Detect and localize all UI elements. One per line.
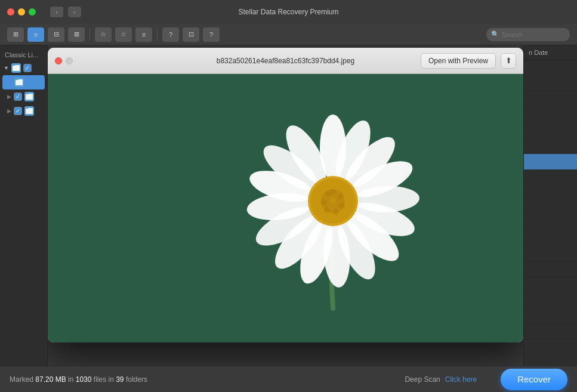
modal-close-button[interactable]	[55, 57, 62, 64]
toolbar-star-btn[interactable]: ☆	[95, 27, 112, 42]
toolbar-help-btn[interactable]: ?	[162, 27, 179, 42]
toolbar-list-btn[interactable]: ≡	[27, 27, 44, 42]
marked-size: 87.20 MB	[35, 375, 66, 384]
open-preview-button[interactable]: Open with Preview	[421, 53, 496, 69]
toolbar: ⊞ ≡ ⊟ ⊠ ☆ ☆ ≡ ? ⊡ ? 🔍	[0, 24, 577, 45]
selected-row-indicator	[524, 154, 577, 169]
forward-button[interactable]: ›	[68, 7, 81, 17]
folders-label: folders	[126, 375, 147, 384]
toolbar-sep-2	[157, 29, 158, 41]
triangle-icon-3: ▶	[7, 108, 11, 114]
maximize-button[interactable]	[29, 8, 36, 16]
checkbox-root[interactable]	[23, 64, 32, 72]
toolbar-menu-btn[interactable]: ≡	[135, 27, 152, 42]
daisy-image	[214, 82, 452, 335]
search-icon: 🔍	[491, 30, 499, 38]
triangle-icon-2: ▶	[7, 94, 11, 100]
sidebar-item-1[interactable]: ▶	[0, 89, 47, 104]
sidebar-header: Classic Li...	[0, 49, 47, 61]
modal-image	[48, 74, 523, 342]
modal-title: b832a50261e4eaf8ea81c63fc397bdd4.jpeg	[217, 57, 355, 65]
share-icon: ⬆	[505, 56, 512, 65]
preview-modal: b832a50261e4eaf8ea81c63fc397bdd4.jpeg Op…	[48, 48, 523, 342]
folder-icon-selected	[14, 78, 24, 87]
toolbar-cover-btn[interactable]: ⊠	[68, 27, 85, 42]
deep-scan-label: Deep Scan	[405, 375, 440, 384]
sidebar-item-selected[interactable]	[2, 75, 45, 89]
deep-scan-area: Deep Scan Click here	[405, 375, 477, 384]
status-bar: Marked 87.20 MB in 1030 files in 39 fold…	[0, 366, 577, 392]
sidebar-item-root[interactable]: ▼	[0, 61, 47, 75]
toolbar-sep-1	[90, 29, 90, 41]
folder-icon-2	[24, 106, 34, 116]
right-panel: n Date	[523, 45, 577, 366]
checkbox-1[interactable]	[14, 92, 22, 101]
files-count: 1030	[76, 375, 92, 384]
toolbar-col-btn[interactable]: ⊟	[48, 27, 64, 42]
traffic-lights	[7, 8, 36, 16]
right-panel-header: n Date	[524, 45, 577, 60]
modal-minimize-button[interactable]	[66, 57, 73, 64]
modal-traffic-lights	[55, 57, 73, 64]
close-button[interactable]	[7, 8, 14, 16]
search-box: 🔍	[486, 28, 570, 41]
in-label: in	[68, 375, 76, 384]
minimize-button[interactable]	[18, 8, 25, 16]
title-bar: ‹ › Stellar Data Recovery Premium	[0, 0, 577, 24]
nav-controls: ‹ ›	[50, 7, 81, 17]
main-area: Classic Li... ▼ ▶ ▶	[0, 45, 577, 366]
folder-icon	[11, 63, 21, 73]
sidebar-item-2[interactable]: ▶	[0, 104, 47, 118]
toolbar-star2-btn[interactable]: ☆	[115, 27, 132, 42]
folders-count: 39	[116, 375, 124, 384]
app-title-text: Stellar Data Recovery Premium	[238, 8, 338, 16]
preview-modal-overlay: b832a50261e4eaf8ea81c63fc397bdd4.jpeg Op…	[48, 45, 523, 366]
toolbar-cart-btn[interactable]: ⊡	[183, 27, 199, 42]
svg-point-26	[321, 189, 345, 213]
click-here-link[interactable]: Click here	[445, 375, 477, 384]
toolbar-info-btn[interactable]: ?	[203, 27, 220, 42]
right-panel-content	[524, 60, 577, 365]
sidebar: Classic Li... ▼ ▶ ▶	[0, 45, 48, 366]
marked-label: Marked	[10, 375, 35, 384]
files-label: files in	[94, 375, 116, 384]
content-area: b832a50261e4eaf8ea81c63fc397bdd4.jpeg Op…	[48, 45, 523, 366]
right-panel-grid	[524, 60, 577, 365]
toolbar-grid-btn[interactable]: ⊞	[7, 27, 24, 42]
back-button[interactable]: ‹	[50, 7, 63, 17]
folder-icon-1	[24, 92, 34, 101]
status-text: Marked 87.20 MB in 1030 files in 39 fold…	[10, 375, 147, 384]
app-title: Stellar Data Recovery Premium	[238, 8, 338, 16]
share-button[interactable]: ⬆	[501, 53, 516, 69]
triangle-icon: ▼	[4, 65, 9, 71]
search-input[interactable]	[502, 31, 565, 38]
recover-button[interactable]: Recover	[501, 369, 567, 390]
checkbox-2[interactable]	[14, 107, 22, 115]
modal-actions: Open with Preview ⬆	[421, 53, 516, 69]
modal-titlebar: b832a50261e4eaf8ea81c63fc397bdd4.jpeg Op…	[48, 48, 523, 74]
